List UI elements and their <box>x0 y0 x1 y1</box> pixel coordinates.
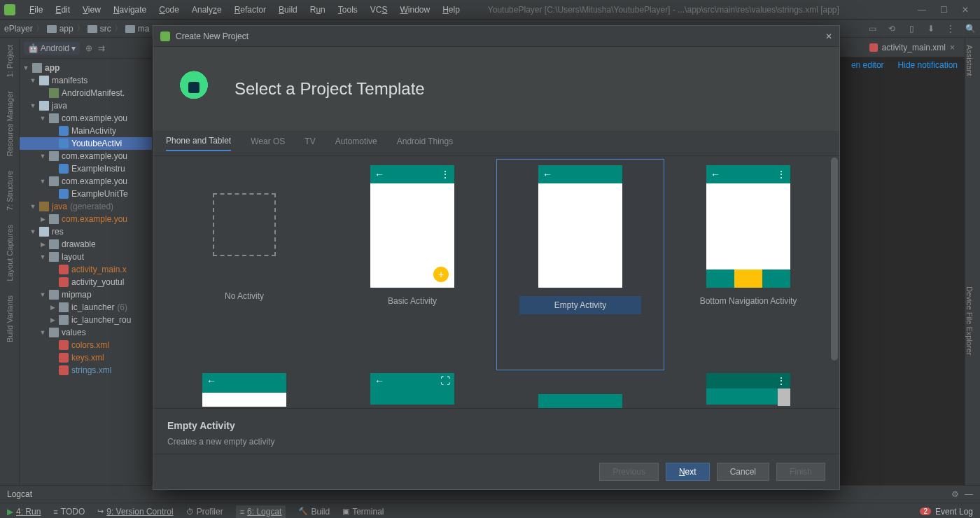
tool-event-log[interactable]: Event Log <box>935 507 973 517</box>
selected-template-title: Empty Activity <box>167 420 825 431</box>
logcat-gear-icon[interactable]: ⚙ <box>951 489 959 499</box>
tree-activity-youtube-xml[interactable]: activity_youtul <box>20 276 152 288</box>
dialog-close-icon[interactable]: ✕ <box>825 31 832 41</box>
tree-pkg-gen[interactable]: ▶com.example.you <box>20 213 152 225</box>
tool-project[interactable]: 1: Project <box>6 45 14 77</box>
menu-help[interactable]: Help <box>437 4 465 16</box>
toolbar-more-icon[interactable]: ⋮ <box>945 24 956 34</box>
template-row2-3[interactable] <box>538 394 622 408</box>
tree-layout[interactable]: ▼layout <box>20 251 152 263</box>
tool-structure[interactable]: 7: Structure <box>6 171 14 211</box>
close-window-icon[interactable]: ✕ <box>962 5 969 15</box>
tab-phone-tablet[interactable]: Phone and Tablet <box>166 136 231 151</box>
maximize-icon[interactable]: ☐ <box>940 5 948 15</box>
tool-layout-captures[interactable]: Layout Captures <box>6 225 14 281</box>
next-button[interactable]: Next <box>666 463 710 481</box>
tree-activity-main-xml[interactable]: activity_main.x <box>20 263 152 276</box>
menu-tools[interactable]: Tools <box>332 4 363 16</box>
menu-code[interactable]: Code <box>153 4 185 16</box>
tree-pkg2[interactable]: ▼com.example.you <box>20 150 152 162</box>
tool-terminal[interactable]: ▣ Terminal <box>342 507 384 517</box>
tree-app[interactable]: ▼app <box>20 62 152 74</box>
tool-assistant[interactable]: Assistant <box>965 45 974 76</box>
template-empty-activity[interactable]: ← Empty Activity <box>496 159 664 370</box>
menu-edit[interactable]: Edit <box>50 4 76 16</box>
toolbar-avd-icon[interactable]: ▯ <box>906 24 917 34</box>
cancel-button[interactable]: Cancel <box>717 463 769 481</box>
tool-build-variants[interactable]: Build Variants <box>6 295 14 342</box>
toolbar-device-icon[interactable]: ▭ <box>867 24 878 34</box>
tree-values[interactable]: ▼values <box>20 326 152 339</box>
crumb-app[interactable]: app 〉 <box>47 22 85 34</box>
template-row2-4[interactable]: ⋮ <box>706 373 790 405</box>
tree-strings-xml[interactable]: strings.xml <box>20 364 152 377</box>
tool-logcat[interactable]: ≡ 6: Logcat <box>236 505 286 518</box>
tree-example-unit[interactable]: ExampleUnitTe <box>20 188 152 200</box>
template-basic-activity[interactable]: ←⋮+ Basic Activity <box>328 159 496 370</box>
dialog-logo-icon <box>160 31 170 41</box>
tree-main-activity[interactable]: MainActivity <box>20 125 152 137</box>
menu-refactor[interactable]: Refactor <box>229 4 272 16</box>
dialog-title: Create New Project <box>176 31 248 41</box>
tree-android-manifest[interactable]: AndroidManifest. <box>20 87 152 99</box>
toolbar-sync-icon[interactable]: ⟲ <box>886 24 897 34</box>
tab-android-things[interactable]: Android Things <box>397 136 454 150</box>
menu-window[interactable]: Window <box>394 4 435 16</box>
tree-drawable[interactable]: ▶drawable <box>20 238 152 251</box>
finish-button[interactable]: Finish <box>776 463 825 481</box>
template-row2-1[interactable]: ← <box>202 373 286 405</box>
tree-pkg3[interactable]: ▼com.example.you <box>20 175 152 188</box>
close-tab-icon[interactable]: × <box>950 43 955 52</box>
dialog-heading: Select a Project Template <box>234 79 425 99</box>
tool-resource-manager[interactable]: Resource Manager <box>6 91 14 157</box>
menu-vcs[interactable]: VCS <box>365 4 393 16</box>
template-no-activity[interactable]: No Activity <box>160 159 328 370</box>
tool-vcs[interactable]: ↪ 9: Version Control <box>97 507 173 517</box>
tree-youtube-activity[interactable]: YoutubeActivi <box>20 137 152 150</box>
crumb-root[interactable]: ePlayer 〉 <box>4 22 44 34</box>
menu-navigate[interactable]: Navigate <box>108 4 152 16</box>
banner-hide-notification[interactable]: Hide notification <box>898 60 958 70</box>
tab-wear-os[interactable]: Wear OS <box>251 136 285 150</box>
tree-view-selector[interactable]: 🤖 Android ▾ <box>24 42 80 55</box>
menu-run[interactable]: Run <box>304 4 331 16</box>
tree-res[interactable]: ▼res <box>20 225 152 238</box>
template-scrollbar[interactable] <box>831 158 838 360</box>
menu-view[interactable]: View <box>77 4 106 16</box>
tree-java-gen[interactable]: ▼java (generated) <box>20 200 152 213</box>
template-bottom-nav[interactable]: ←⋮ Bottom Navigation Activity <box>664 159 832 370</box>
tree-example-instru[interactable]: ExampleInstru <box>20 162 152 175</box>
logcat-minimize-icon[interactable]: — <box>965 489 973 499</box>
template-row2-2[interactable]: ←⛶ <box>370 373 454 405</box>
previous-button[interactable]: Previous <box>599 463 659 481</box>
crumb-more[interactable]: ma <box>125 24 150 34</box>
menu-analyze[interactable]: Analyze <box>186 4 227 16</box>
banner-open-editor[interactable]: en editor <box>851 60 884 70</box>
toolbar-search-icon[interactable]: 🔍 <box>965 24 976 34</box>
tree-keys-xml[interactable]: keys.xml <box>20 351 152 364</box>
minimize-icon[interactable]: — <box>918 5 926 15</box>
logcat-label: Logcat <box>7 489 32 499</box>
tree-mipmap[interactable]: ▼mipmap <box>20 288 152 301</box>
tree-options-icon[interactable]: ⇉ <box>98 43 105 53</box>
tree-pkg1[interactable]: ▼com.example.you <box>20 112 152 125</box>
menu-build[interactable]: Build <box>273 4 303 16</box>
tree-ic-launcher-round[interactable]: ▶ic_launcher_rou <box>20 314 152 326</box>
tool-profiler[interactable]: ⏱ Profiler <box>186 507 223 517</box>
tool-device-file-explorer[interactable]: Device File Explorer <box>965 286 974 355</box>
tab-automotive[interactable]: Automotive <box>335 136 377 150</box>
crumb-src[interactable]: src 〉 <box>88 22 122 34</box>
tree-target-icon[interactable]: ⊕ <box>85 43 92 53</box>
tree-colors-xml[interactable]: colors.xml <box>20 339 152 351</box>
editor-tab-activity-main[interactable]: activity_main.xml × <box>864 40 960 55</box>
toolbar-sdk-icon[interactable]: ⬇ <box>925 24 937 34</box>
left-tool-strip: 1: Project Resource Manager 7: Structure… <box>0 38 20 485</box>
tree-manifests[interactable]: ▼manifests <box>20 74 152 87</box>
tree-ic-launcher[interactable]: ▶ic_launcher (6) <box>20 301 152 314</box>
tool-build[interactable]: 🔨 Build <box>298 507 330 517</box>
tool-run[interactable]: ▶ 4: Run <box>7 507 41 517</box>
tool-todo[interactable]: ≡ TODO <box>53 507 85 517</box>
menu-file[interactable]: File <box>24 4 48 16</box>
tab-tv[interactable]: TV <box>304 136 315 150</box>
tree-java[interactable]: ▼java <box>20 99 152 112</box>
